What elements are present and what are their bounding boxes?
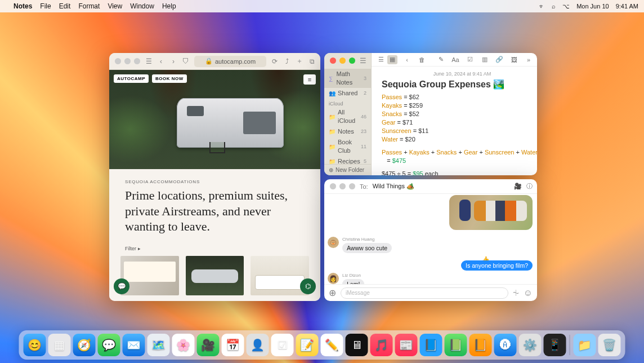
- dock-music[interactable]: 🎵: [370, 334, 393, 356]
- share-icon[interactable]: ⤴: [283, 57, 291, 65]
- dock-safari[interactable]: 🧭: [73, 334, 96, 356]
- folder-shared[interactable]: 👥 Shared 2: [324, 88, 371, 99]
- dock-iwork3[interactable]: 📙: [469, 334, 492, 356]
- menu-file[interactable]: File: [40, 2, 51, 10]
- sidebar-icon[interactable]: ☰: [145, 57, 153, 65]
- menubar-time[interactable]: 9:41 AM: [616, 3, 638, 10]
- checklist-icon[interactable]: ☑: [465, 55, 475, 64]
- facetime-icon[interactable]: 🎥: [514, 183, 522, 190]
- view-grid-icon[interactable]: ▦: [387, 55, 397, 64]
- dock-tv[interactable]: 🖥: [346, 334, 368, 356]
- folder-label: Book Club: [338, 138, 358, 155]
- folder-row[interactable]: 📁Book Club11: [324, 137, 371, 156]
- folder-label: Recipes: [338, 157, 360, 164]
- chat-fab[interactable]: 💬: [114, 278, 129, 294]
- trash-icon[interactable]: 🗑: [417, 55, 427, 64]
- notes-traffic-lights[interactable]: [329, 57, 355, 64]
- page-headline: Prime locations, premium suites, private…: [125, 188, 305, 234]
- format-aa-icon[interactable]: Aa: [450, 55, 460, 64]
- reload-icon[interactable]: ⟳: [271, 57, 279, 65]
- filter-button[interactable]: Filter ▸: [125, 246, 305, 251]
- dock-messages[interactable]: 💬: [98, 334, 120, 356]
- menu-window[interactable]: Window: [130, 2, 154, 10]
- avatar[interactable]: 🐵: [328, 237, 339, 248]
- dock-news[interactable]: 📰: [395, 334, 418, 356]
- book-now-button[interactable]: BOOK NOW: [152, 74, 187, 83]
- newtab-icon[interactable]: ＋: [296, 56, 303, 66]
- dock-finder[interactable]: 😊: [24, 334, 46, 356]
- dock-calendar[interactable]: 📅: [222, 334, 244, 356]
- dock-trash[interactable]: 🗑️: [598, 334, 621, 356]
- folder-label: Notes: [338, 127, 354, 136]
- address-bar[interactable]: 🔒 autocamp.com: [194, 56, 266, 67]
- avatar[interactable]: 👩: [328, 273, 339, 284]
- sidebar-toggle-icon[interactable]: ☰: [360, 56, 366, 65]
- info-icon[interactable]: ⓘ: [526, 182, 533, 191]
- messages-traffic-lights[interactable]: [329, 183, 355, 189]
- wifi-icon[interactable]: ᯤ: [539, 3, 545, 10]
- card-suite[interactable]: [120, 256, 179, 295]
- dock-iwork2[interactable]: 📗: [445, 334, 467, 356]
- spotlight-icon[interactable]: ⌕: [552, 3, 556, 10]
- dock-iwork1[interactable]: 📘: [420, 334, 442, 356]
- new-folder-button[interactable]: ⊕ New Folder: [324, 164, 371, 175]
- folder-icon: 📁: [329, 113, 335, 121]
- more-icon[interactable]: »: [524, 55, 534, 64]
- back-note-icon[interactable]: ‹: [402, 55, 412, 64]
- section-icloud: iCloud: [324, 99, 371, 107]
- message-thread[interactable]: 🐵 Christina Huang Awww soo cute 👍 Is any…: [324, 194, 537, 284]
- emoji-icon[interactable]: ☺: [524, 288, 533, 298]
- safari-traffic-lights[interactable]: [114, 58, 140, 64]
- audio-icon[interactable]: ⏆: [513, 290, 519, 296]
- menu-help[interactable]: Help: [162, 2, 176, 10]
- dock-downloads[interactable]: 📁: [574, 334, 596, 356]
- note-title: Sequoia Group Expenses 🏞️: [382, 79, 537, 90]
- dock-freeform[interactable]: ✏️: [321, 334, 343, 356]
- accessibility-fab[interactable]: ⌬: [300, 278, 316, 294]
- menubar-date[interactable]: Mon Jun 10: [576, 3, 609, 10]
- compose-icon[interactable]: ✎: [436, 55, 446, 64]
- link-icon[interactable]: 🔗: [494, 55, 504, 64]
- dock-settings[interactable]: ⚙️: [519, 334, 542, 356]
- dock-appstore[interactable]: 🅐: [494, 334, 517, 356]
- plus-icon[interactable]: ⊕: [329, 287, 336, 298]
- card-airstream[interactable]: [186, 256, 244, 295]
- shield-icon[interactable]: ⛉: [182, 57, 190, 65]
- menu-format[interactable]: Format: [78, 2, 100, 10]
- dock-photos[interactable]: 🌸: [172, 334, 195, 356]
- forward-icon[interactable]: ›: [169, 57, 177, 65]
- site-logo[interactable]: AUTOCAMP: [114, 74, 149, 83]
- folder-math-notes[interactable]: ∑ Math Notes 3: [324, 69, 371, 88]
- conversation-name[interactable]: Wild Things 🏕️: [373, 183, 414, 190]
- tabs-icon[interactable]: ⧉: [308, 57, 316, 65]
- hero-image: AUTOCAMP BOOK NOW ≡: [109, 70, 320, 169]
- control-center-icon[interactable]: ⌥: [562, 3, 570, 10]
- dock-maps[interactable]: 🗺️: [147, 334, 170, 356]
- note-date: June 10, 2024 at 9:41 AM: [382, 71, 537, 77]
- site-menu-button[interactable]: ≡: [303, 74, 316, 85]
- dock-facetime[interactable]: 🎥: [197, 334, 220, 356]
- dock-notes[interactable]: 📝: [296, 334, 319, 356]
- media-icon[interactable]: 🖼: [509, 55, 519, 64]
- menu-edit[interactable]: Edit: [59, 2, 71, 10]
- dock-mail[interactable]: ✉️: [123, 334, 145, 356]
- menu-view[interactable]: View: [108, 2, 122, 10]
- back-icon[interactable]: ‹: [157, 57, 165, 65]
- table-icon[interactable]: ▥: [480, 55, 490, 64]
- note-sum-line: Passes + Kayaks + Snacks + Gear + Sunscr…: [382, 148, 537, 157]
- folder-row[interactable]: 📁Recipes5: [324, 156, 371, 164]
- folder-row[interactable]: 📁All iCloud46: [324, 107, 371, 126]
- shared-photo[interactable]: [449, 195, 533, 230]
- messages-header: To: Wild Things 🏕️ 🎥 ⓘ: [324, 179, 537, 194]
- message-compose: ⊕ iMessage ⏆ ☺: [324, 284, 537, 301]
- dock-iphone[interactable]: 📱: [544, 334, 566, 356]
- dock-contacts[interactable]: 👤: [247, 334, 269, 356]
- dock-launchpad[interactable]: ▦: [48, 334, 71, 356]
- folder-row[interactable]: 📁Notes23: [324, 126, 371, 137]
- app-name-menu[interactable]: Notes: [14, 2, 32, 10]
- messages-window: To: Wild Things 🏕️ 🎥 ⓘ 🐵 Christina Huang…: [324, 179, 537, 301]
- dock-reminders[interactable]: ☑︎: [271, 334, 294, 356]
- note-content[interactable]: June 10, 2024 at 9:41 AM Sequoia Group E…: [372, 67, 537, 175]
- view-list-icon[interactable]: ☰: [376, 55, 386, 64]
- message-input[interactable]: iMessage: [341, 287, 508, 299]
